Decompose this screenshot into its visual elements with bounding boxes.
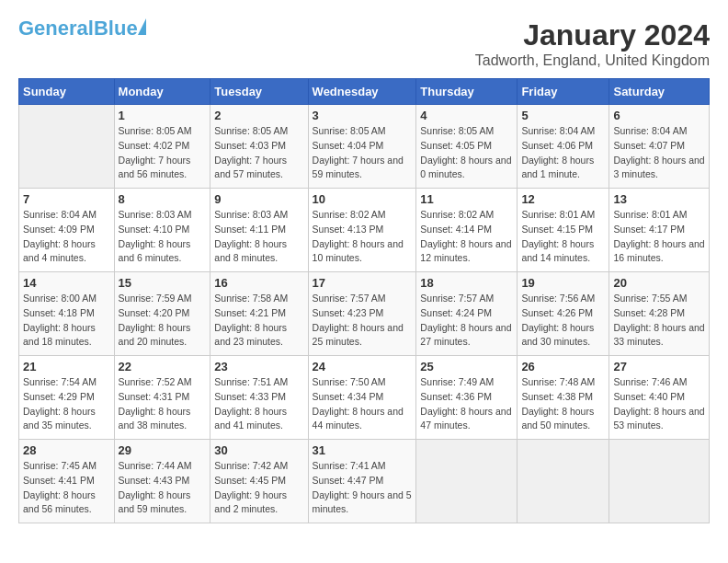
calendar-cell: 29Sunrise: 7:44 AMSunset: 4:43 PMDayligh… (114, 440, 210, 523)
day-detail: Sunrise: 7:41 AMSunset: 4:47 PMDaylight:… (313, 460, 412, 514)
calendar-cell (416, 440, 518, 523)
day-number: 10 (313, 192, 413, 206)
title-block: January 2024 Tadworth, England, United K… (475, 18, 710, 69)
day-detail: Sunrise: 7:58 AMSunset: 4:21 PMDaylight:… (214, 293, 288, 347)
day-detail: Sunrise: 7:49 AMSunset: 4:36 PMDaylight:… (420, 376, 511, 431)
weekday-header-wednesday: Wednesday (308, 79, 416, 105)
day-detail: Sunrise: 8:04 AMSunset: 4:06 PMDaylight:… (521, 125, 595, 179)
day-number: 21 (23, 360, 110, 373)
calendar-cell: 28Sunrise: 7:45 AMSunset: 4:41 PMDayligh… (19, 440, 115, 523)
day-detail: Sunrise: 8:01 AMSunset: 4:17 PMDaylight:… (613, 209, 704, 263)
calendar-week-2: 7Sunrise: 8:04 AMSunset: 4:09 PMDaylight… (19, 189, 710, 272)
day-detail: Sunrise: 7:44 AMSunset: 4:43 PMDaylight:… (119, 460, 192, 514)
day-number: 14 (23, 276, 110, 290)
day-number: 25 (420, 360, 513, 373)
logo: GeneralBlue (18, 18, 146, 39)
calendar-cell (609, 440, 710, 523)
page-header: GeneralBlue January 2024 Tadworth, Engla… (18, 18, 710, 69)
calendar-week-1: 1Sunrise: 8:05 AMSunset: 4:02 PMDaylight… (19, 105, 710, 189)
day-detail: Sunrise: 7:56 AMSunset: 4:26 PMDaylight:… (521, 293, 595, 347)
calendar-cell: 3Sunrise: 8:05 AMSunset: 4:04 PMDaylight… (308, 105, 416, 189)
day-number: 6 (613, 109, 705, 122)
day-number: 28 (23, 443, 110, 457)
calendar-cell: 5Sunrise: 8:04 AMSunset: 4:06 PMDaylight… (518, 105, 609, 189)
weekday-header-saturday: Saturday (609, 79, 710, 105)
weekday-header-tuesday: Tuesday (210, 79, 308, 105)
calendar-cell: 19Sunrise: 7:56 AMSunset: 4:26 PMDayligh… (518, 272, 609, 356)
day-detail: Sunrise: 8:00 AMSunset: 4:18 PMDaylight:… (23, 293, 97, 347)
day-detail: Sunrise: 7:50 AMSunset: 4:34 PMDaylight:… (313, 376, 404, 431)
day-number: 29 (119, 443, 207, 457)
day-detail: Sunrise: 7:51 AMSunset: 4:33 PMDaylight:… (214, 376, 288, 431)
day-number: 5 (521, 109, 605, 122)
weekday-header-row: SundayMondayTuesdayWednesdayThursdayFrid… (19, 79, 710, 105)
calendar-cell: 1Sunrise: 8:05 AMSunset: 4:02 PMDaylight… (114, 105, 210, 189)
calendar-cell (19, 105, 115, 189)
calendar-cell: 16Sunrise: 7:58 AMSunset: 4:21 PMDayligh… (210, 272, 308, 356)
calendar-cell: 18Sunrise: 7:57 AMSunset: 4:24 PMDayligh… (416, 272, 518, 356)
day-number: 27 (613, 360, 705, 373)
day-number: 15 (119, 276, 207, 290)
weekday-header-thursday: Thursday (416, 79, 518, 105)
logo-text: GeneralBlue (18, 18, 138, 39)
day-number: 12 (521, 192, 605, 206)
day-detail: Sunrise: 7:55 AMSunset: 4:28 PMDaylight:… (613, 293, 704, 347)
day-number: 11 (420, 192, 513, 206)
day-number: 8 (119, 192, 207, 206)
calendar-week-5: 28Sunrise: 7:45 AMSunset: 4:41 PMDayligh… (19, 440, 710, 523)
day-number: 20 (613, 276, 705, 290)
calendar-week-3: 14Sunrise: 8:00 AMSunset: 4:18 PMDayligh… (19, 272, 710, 356)
day-number: 19 (521, 276, 605, 290)
weekday-header-friday: Friday (518, 79, 609, 105)
day-detail: Sunrise: 7:52 AMSunset: 4:31 PMDaylight:… (119, 376, 192, 431)
day-number: 23 (214, 360, 303, 373)
calendar-cell: 27Sunrise: 7:46 AMSunset: 4:40 PMDayligh… (609, 356, 710, 440)
calendar-body: 1Sunrise: 8:05 AMSunset: 4:02 PMDaylight… (19, 105, 710, 523)
day-detail: Sunrise: 8:05 AMSunset: 4:03 PMDaylight:… (214, 125, 288, 179)
day-detail: Sunrise: 8:05 AMSunset: 4:04 PMDaylight:… (313, 125, 404, 179)
day-number: 3 (313, 109, 413, 122)
day-detail: Sunrise: 8:05 AMSunset: 4:05 PMDaylight:… (420, 125, 511, 179)
calendar-cell: 23Sunrise: 7:51 AMSunset: 4:33 PMDayligh… (210, 356, 308, 440)
day-detail: Sunrise: 7:57 AMSunset: 4:24 PMDaylight:… (420, 293, 511, 347)
day-detail: Sunrise: 8:02 AMSunset: 4:13 PMDaylight:… (313, 209, 404, 263)
day-detail: Sunrise: 8:04 AMSunset: 4:09 PMDaylight:… (23, 209, 97, 263)
calendar-cell: 17Sunrise: 7:57 AMSunset: 4:23 PMDayligh… (308, 272, 416, 356)
logo-general: General (18, 17, 94, 40)
calendar-cell: 14Sunrise: 8:00 AMSunset: 4:18 PMDayligh… (19, 272, 115, 356)
day-number: 18 (420, 276, 513, 290)
day-number: 4 (420, 109, 513, 122)
calendar-cell (518, 440, 609, 523)
calendar-cell: 8Sunrise: 8:03 AMSunset: 4:10 PMDaylight… (114, 189, 210, 272)
logo-blue: Blue (94, 17, 138, 40)
day-detail: Sunrise: 7:48 AMSunset: 4:38 PMDaylight:… (521, 376, 595, 431)
calendar-cell: 6Sunrise: 8:04 AMSunset: 4:07 PMDaylight… (609, 105, 710, 189)
day-detail: Sunrise: 8:03 AMSunset: 4:11 PMDaylight:… (214, 209, 288, 263)
location-subtitle: Tadworth, England, United Kingdom (475, 52, 710, 69)
calendar-cell: 13Sunrise: 8:01 AMSunset: 4:17 PMDayligh… (609, 189, 710, 272)
weekday-header-sunday: Sunday (19, 79, 115, 105)
calendar-table: SundayMondayTuesdayWednesdayThursdayFrid… (18, 78, 710, 523)
day-detail: Sunrise: 7:54 AMSunset: 4:29 PMDaylight:… (23, 376, 97, 431)
calendar-cell: 15Sunrise: 7:59 AMSunset: 4:20 PMDayligh… (114, 272, 210, 356)
day-number: 2 (214, 109, 303, 122)
day-detail: Sunrise: 7:42 AMSunset: 4:45 PMDaylight:… (214, 460, 288, 514)
day-detail: Sunrise: 8:02 AMSunset: 4:14 PMDaylight:… (420, 209, 511, 263)
day-number: 17 (313, 276, 413, 290)
calendar-cell: 26Sunrise: 7:48 AMSunset: 4:38 PMDayligh… (518, 356, 609, 440)
day-detail: Sunrise: 8:01 AMSunset: 4:15 PMDaylight:… (521, 209, 595, 263)
day-number: 16 (214, 276, 303, 290)
calendar-cell: 21Sunrise: 7:54 AMSunset: 4:29 PMDayligh… (19, 356, 115, 440)
day-detail: Sunrise: 8:04 AMSunset: 4:07 PMDaylight:… (613, 125, 704, 179)
calendar-cell: 25Sunrise: 7:49 AMSunset: 4:36 PMDayligh… (416, 356, 518, 440)
calendar-cell: 2Sunrise: 8:05 AMSunset: 4:03 PMDaylight… (210, 105, 308, 189)
day-detail: Sunrise: 7:45 AMSunset: 4:41 PMDaylight:… (23, 460, 97, 514)
calendar-cell: 9Sunrise: 8:03 AMSunset: 4:11 PMDaylight… (210, 189, 308, 272)
calendar-week-4: 21Sunrise: 7:54 AMSunset: 4:29 PMDayligh… (19, 356, 710, 440)
day-number: 1 (119, 109, 207, 122)
calendar-cell: 20Sunrise: 7:55 AMSunset: 4:28 PMDayligh… (609, 272, 710, 356)
calendar-cell: 24Sunrise: 7:50 AMSunset: 4:34 PMDayligh… (308, 356, 416, 440)
calendar-cell: 11Sunrise: 8:02 AMSunset: 4:14 PMDayligh… (416, 189, 518, 272)
calendar-cell: 7Sunrise: 8:04 AMSunset: 4:09 PMDaylight… (19, 189, 115, 272)
calendar-cell: 30Sunrise: 7:42 AMSunset: 4:45 PMDayligh… (210, 440, 308, 523)
